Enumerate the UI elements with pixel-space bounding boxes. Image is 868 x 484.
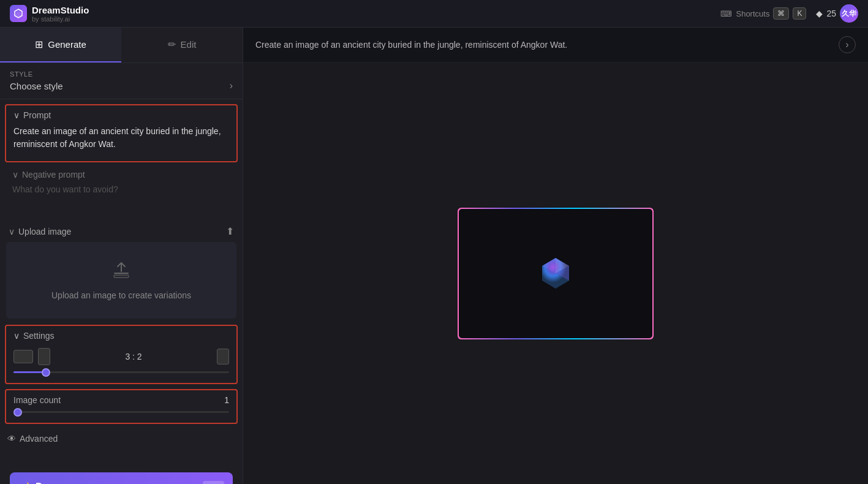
header-right: ⌨ Shortcuts ⌘ K ◆ 25 久华 <box>720 4 858 23</box>
kbd-cmd: ⌘ <box>773 7 789 20</box>
tab-bar: ⊞ Generate ✏ Edit <box>0 28 243 63</box>
credit-icon: ◆ <box>816 9 823 18</box>
edit-tab-label: Edit <box>181 39 197 50</box>
image-count-slider[interactable] <box>13 411 229 413</box>
app-by: by stability.ai <box>32 15 89 23</box>
settings-section: ∨ Settings 3 : 2 <box>5 325 238 384</box>
negative-prompt-header[interactable]: ∨ Negative prompt <box>5 165 238 182</box>
style-chooser[interactable]: Choose style › <box>10 80 233 91</box>
image-count-header: Image count 1 <box>13 395 229 405</box>
aspect-slider-thumb[interactable] <box>42 368 50 377</box>
image-count-section: Image count 1 <box>5 389 238 424</box>
upload-image-header: ∨ Upload image ⬆ <box>6 221 236 242</box>
dream-icon: 🌙 <box>18 482 31 485</box>
aspect-square-icon[interactable] <box>217 349 229 365</box>
settings-label: Settings <box>23 331 55 341</box>
dream-label: Dream <box>36 482 66 484</box>
content-wrapper: ⊞ Generate ✏ Edit Style Choose style › <box>0 28 868 484</box>
advanced-section: 👁 Advanced <box>5 429 238 448</box>
shortcuts-label: Shortcuts <box>736 9 769 18</box>
dream-button[interactable]: 🌙 Dream 1.8 <box>10 472 233 484</box>
canvas-prompt-display: Create an image of an ancient city burie… <box>255 40 839 50</box>
loading-gem <box>537 255 574 292</box>
style-placeholder: Choose style <box>10 81 63 91</box>
aspect-ratio-row: 3 : 2 <box>13 348 229 365</box>
image-container <box>458 208 654 339</box>
prompt-header[interactable]: ∨ Prompt <box>6 105 236 123</box>
svg-rect-2 <box>114 273 129 274</box>
upload-header-left: ∨ Upload image <box>9 227 71 236</box>
count-slider-thumb[interactable] <box>13 408 22 417</box>
negative-prompt-section: ∨ Negative prompt <box>5 165 238 214</box>
image-border <box>458 208 654 339</box>
upload-icon <box>111 260 131 284</box>
edit-tab-icon: ✏ <box>168 39 176 50</box>
style-section: Style Choose style › <box>0 63 243 99</box>
aspect-icons <box>13 348 50 365</box>
upload-drop-zone[interactable]: Upload an image to create variations <box>6 242 236 319</box>
canvas-area: Create an image of an ancient city burie… <box>243 28 868 484</box>
dream-button-wrapper: 🌙 Dream 1.8 <box>0 463 243 484</box>
prompt-textarea[interactable] <box>6 123 236 159</box>
image-inner <box>459 209 652 338</box>
credit-count: 25 <box>826 9 836 18</box>
negative-prompt-textarea[interactable] <box>5 182 238 213</box>
style-chevron-icon: › <box>230 80 233 91</box>
settings-chevron-icon: ∨ <box>13 331 20 341</box>
upload-text: Upload an image to create variations <box>51 290 191 300</box>
tab-generate[interactable]: ⊞ Generate <box>0 28 121 62</box>
logo-icon <box>10 5 27 22</box>
aspect-ratio-slider[interactable] <box>13 371 229 373</box>
count-slider-track[interactable] <box>13 411 229 413</box>
prompt-section: ∨ Prompt <box>5 104 238 162</box>
negative-prompt-chevron-icon: ∨ <box>12 170 18 180</box>
dream-btn-left: 🌙 Dream <box>18 482 66 485</box>
negative-prompt-label: Negative prompt <box>22 170 85 180</box>
app-name-group: DreamStudio by stability.ai <box>32 5 89 23</box>
advanced-header[interactable]: 👁 Advanced <box>7 434 235 444</box>
upload-image-label: Upload image <box>18 227 71 236</box>
advanced-label: Advanced <box>20 434 58 444</box>
credits-display: ◆ 25 久华 <box>816 4 858 23</box>
page-wrapper: DreamStudio by stability.ai ⌨ Shortcuts … <box>0 0 868 484</box>
aspect-portrait-icon[interactable] <box>38 348 50 365</box>
canvas-topbar: Create an image of an ancient city burie… <box>243 28 868 62</box>
svg-rect-3 <box>114 275 129 278</box>
generate-tab-icon: ⊞ <box>35 39 43 50</box>
next-button[interactable]: › <box>839 36 856 53</box>
image-count-value: 1 <box>224 395 229 405</box>
avatar[interactable]: 久华 <box>840 4 858 23</box>
app-logo: DreamStudio by stability.ai <box>10 5 89 23</box>
settings-header[interactable]: ∨ Settings <box>13 331 229 341</box>
app-header: DreamStudio by stability.ai ⌨ Shortcuts … <box>0 0 868 28</box>
eye-icon: 👁 <box>7 434 16 444</box>
aspect-landscape-icon[interactable] <box>13 350 33 363</box>
shortcuts-button[interactable]: ⌨ Shortcuts ⌘ K <box>720 7 806 20</box>
kbd-k: K <box>793 7 806 20</box>
image-count-label: Image count <box>13 395 61 405</box>
canvas-main <box>243 62 868 484</box>
style-label: Style <box>10 70 233 78</box>
aspect-ratio-value: 3 : 2 <box>125 352 142 361</box>
upload-image-section: ∨ Upload image ⬆ Upl <box>5 219 238 320</box>
tab-edit[interactable]: ✏ Edit <box>121 28 243 62</box>
upload-share-icon[interactable]: ⬆ <box>226 225 234 237</box>
sidebar: ⊞ Generate ✏ Edit Style Choose style › <box>0 28 243 484</box>
aspect-slider-fill <box>13 371 46 373</box>
upload-chevron-icon: ∨ <box>9 227 15 236</box>
dream-cost: 1.8 <box>203 481 224 484</box>
prompt-section-label: Prompt <box>23 110 51 120</box>
aspect-slider-track[interactable] <box>13 371 229 373</box>
svg-marker-1 <box>16 11 21 17</box>
keyboard-icon: ⌨ <box>720 9 732 18</box>
sidebar-content: Style Choose style › ∨ Prompt <box>0 63 243 463</box>
generate-tab-label: Generate <box>48 39 86 50</box>
app-name: DreamStudio <box>32 5 89 15</box>
prompt-chevron-icon: ∨ <box>13 110 20 120</box>
